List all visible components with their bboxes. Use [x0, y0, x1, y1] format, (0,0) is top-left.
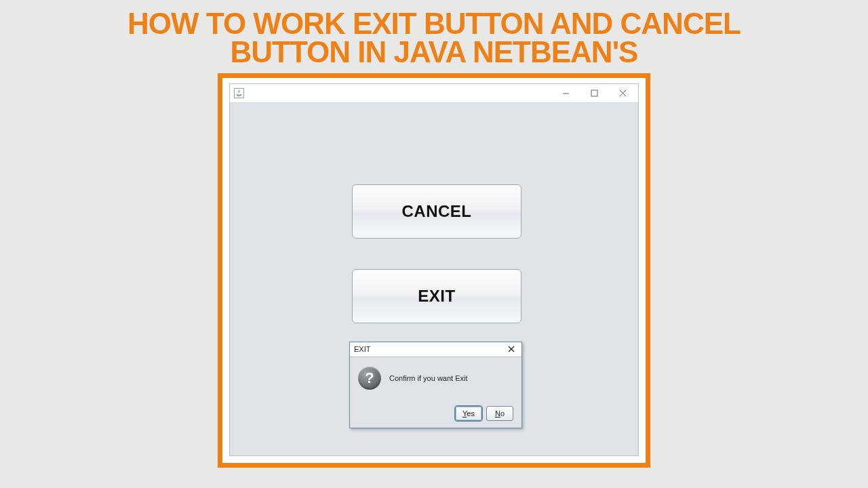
cancel-button[interactable]: CANCEL [352, 184, 521, 239]
dialog-yes-label: Yes [462, 409, 475, 418]
dialog-no-label: No [495, 409, 505, 418]
close-button[interactable] [608, 84, 637, 102]
cancel-button-label: CANCEL [402, 202, 472, 221]
heading-line-2: BUTTON IN JAVA NETBEAN'S [0, 38, 868, 66]
exit-button-label: EXIT [418, 287, 455, 306]
dialog-message: Confirm if you want Exit [389, 374, 468, 382]
maximize-button[interactable] [580, 84, 608, 102]
dialog-body: ? Confirm if you want Exit Yes No [350, 357, 521, 428]
exit-button[interactable]: EXIT [352, 269, 521, 323]
heading-line-1: HOW TO WORK EXIT BUTTON AND CANCEL [0, 9, 868, 38]
screenshot-frame: CANCEL EXIT EXIT ? [218, 73, 650, 468]
dialog-titlebar: EXIT [350, 342, 521, 357]
window-client-area: CANCEL EXIT EXIT ? [230, 103, 638, 455]
dialog-button-row: Yes No [358, 406, 513, 421]
minimize-button[interactable] [551, 84, 580, 102]
dialog-no-button[interactable]: No [486, 406, 513, 421]
question-icon: ? [358, 367, 381, 390]
dialog-yes-button[interactable]: Yes [455, 406, 482, 421]
main-window: CANCEL EXIT EXIT ? [229, 83, 639, 456]
dialog-title: EXIT [354, 345, 504, 353]
dialog-content: ? Confirm if you want Exit [358, 367, 513, 390]
tutorial-heading: HOW TO WORK EXIT BUTTON AND CANCEL BUTTO… [0, 0, 868, 66]
window-controls [551, 84, 637, 102]
java-app-icon [234, 88, 244, 98]
svg-rect-1 [591, 90, 597, 96]
confirm-dialog: EXIT ? Confirm if you want Exit [349, 342, 522, 428]
window-titlebar [230, 84, 638, 103]
dialog-close-button[interactable] [504, 343, 519, 355]
